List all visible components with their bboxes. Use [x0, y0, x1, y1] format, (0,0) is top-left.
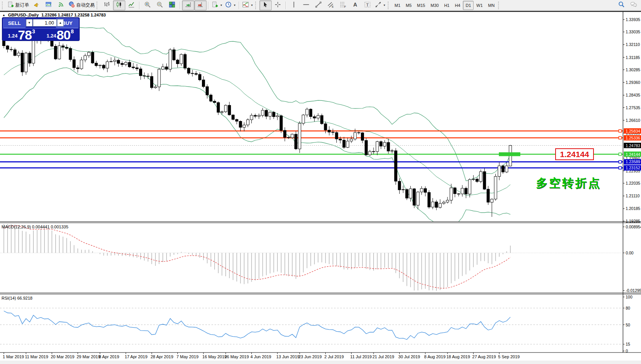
- buy-price[interactable]: 1.24 80 8: [41, 28, 79, 41]
- volume-increase-button[interactable]: ▲: [57, 19, 64, 26]
- sell-price-pip: 3: [32, 28, 35, 34]
- horizontal-line-button[interactable]: [300, 0, 312, 10]
- alerts-button[interactable]: [30, 0, 43, 10]
- svg-text:1.26610: 1.26610: [626, 118, 640, 123]
- toolbar-separator: [208, 2, 209, 9]
- line-handle[interactable]: [619, 153, 621, 156]
- chinese-note-label: 多空转折点: [536, 175, 601, 191]
- svg-text:100: 100: [626, 295, 633, 299]
- timeframe-m5-button[interactable]: M5: [403, 1, 414, 10]
- buy-price-base: 1.24: [47, 33, 56, 39]
- svg-text:1.33935: 1.33935: [626, 17, 640, 22]
- sell-price-base: 1.24: [8, 33, 18, 39]
- svg-text:1.24144: 1.24144: [626, 152, 640, 157]
- svg-text:11 Mar 2019: 11 Mar 2019: [25, 354, 48, 359]
- timeframe-w1-button[interactable]: W1: [474, 1, 485, 10]
- autotrading-icon: [68, 1, 75, 10]
- toolbar-separator: [285, 2, 286, 9]
- new-chart-dropdown[interactable]: ▼: [210, 0, 224, 10]
- svg-text:1.22035: 1.22035: [626, 181, 640, 185]
- collapse-triangle-icon[interactable]: ▲: [2, 13, 5, 17]
- svg-text:1.27535: 1.27535: [626, 105, 640, 110]
- new-order-label: 新订单: [15, 2, 29, 8]
- svg-text:8 Apr 2019: 8 Apr 2019: [99, 354, 119, 359]
- shapes-dropdown[interactable]: ▼: [374, 0, 387, 10]
- text-button[interactable]: A: [349, 0, 361, 10]
- dropdown-arrow-icon: ▼: [251, 4, 253, 7]
- svg-text:30 Jul 2019: 30 Jul 2019: [398, 354, 420, 359]
- svg-text:11 Jul 2019: 11 Jul 2019: [350, 354, 372, 359]
- fibonacci-icon: F: [339, 1, 346, 10]
- search-button[interactable]: [615, 0, 628, 10]
- svg-text:1.19285: 1.19285: [626, 219, 640, 223]
- crosshair-button[interactable]: [272, 0, 284, 10]
- toolbar-grip: [97, 2, 99, 9]
- profiles-dropdown[interactable]: ▼: [224, 0, 237, 10]
- auto-scroll-button[interactable]: [182, 0, 194, 10]
- one-click-trading-panel: SELL BUY ▼ 1.00 ▲ 1.24 78 3 1.24 80 8: [2, 18, 79, 41]
- svg-text:1.31185: 1.31185: [626, 55, 640, 60]
- ohlc-values-label: 1.23286 1.24817 1.23258 1.24783: [41, 13, 106, 17]
- price-callout-box[interactable]: 1.24144: [555, 148, 594, 160]
- trendline-icon: [315, 1, 322, 10]
- line-handle[interactable]: [619, 136, 621, 139]
- svg-text:15: 15: [626, 342, 630, 346]
- signals-button[interactable]: [55, 0, 67, 10]
- trendline-button[interactable]: [312, 0, 325, 10]
- timeframe-h4-button[interactable]: H4: [452, 1, 463, 10]
- line-handle[interactable]: [619, 161, 621, 163]
- timeframe-d1-button[interactable]: D1: [463, 1, 474, 10]
- tile-windows-button[interactable]: [166, 0, 178, 10]
- zoom-out-button[interactable]: [154, 0, 166, 10]
- svg-text:8 Aug 2019: 8 Aug 2019: [424, 354, 446, 359]
- line-handle[interactable]: [619, 130, 621, 132]
- svg-text:17 Apr 2019: 17 Apr 2019: [125, 354, 147, 359]
- text-label-button[interactable]: T: [361, 0, 374, 10]
- vertical-line-button[interactable]: [288, 0, 300, 10]
- zoom-in-button[interactable]: [141, 0, 154, 10]
- svg-text:1.25336: 1.25336: [626, 136, 640, 140]
- chart-title: ▲ GBPUSD-,Daily 1.23286 1.24817 1.23258 …: [2, 13, 106, 17]
- equidistant-channel-button[interactable]: E: [325, 0, 337, 10]
- text-label-icon: T: [364, 1, 371, 10]
- bar-chart-button[interactable]: [101, 0, 113, 10]
- svg-text:1.28435: 1.28435: [626, 93, 640, 97]
- indicators-dropdown[interactable]: ▼: [241, 0, 254, 10]
- cursor-icon: [262, 1, 269, 10]
- line-handle[interactable]: [619, 167, 621, 169]
- timeframe-m15-button[interactable]: M15: [414, 1, 428, 10]
- new-order-icon: [7, 1, 14, 10]
- timeframe-m1-button[interactable]: M1: [392, 1, 403, 10]
- chat-button[interactable]: [628, 0, 640, 10]
- toolbar-grip: [498, 2, 501, 9]
- svg-text:4 Jun 2019: 4 Jun 2019: [251, 354, 271, 359]
- svg-text:1.23589: 1.23589: [626, 159, 640, 164]
- vertical-line-icon: [290, 1, 297, 10]
- volume-input[interactable]: 1.00: [33, 19, 57, 26]
- autotrading-label: 自动交易: [76, 2, 95, 8]
- search-icon: [618, 1, 625, 10]
- svg-text:1 Mar 2019: 1 Mar 2019: [3, 354, 24, 359]
- svg-text:16 May 2019: 16 May 2019: [202, 354, 227, 359]
- cursor-button[interactable]: [259, 0, 272, 10]
- sell-price[interactable]: 1.24 78 3: [2, 28, 41, 41]
- highlight-zone[interactable]: [499, 152, 520, 156]
- svg-text:13 Jun 2019: 13 Jun 2019: [276, 354, 300, 359]
- market-watch-button[interactable]: [43, 0, 55, 10]
- candlestick-button[interactable]: [113, 0, 125, 10]
- market-watch-icon: [45, 1, 52, 10]
- svg-text:2 Jul 2019: 2 Jul 2019: [325, 354, 344, 359]
- timeframe-h1-button[interactable]: H1: [441, 1, 452, 10]
- alerts-icon: [33, 1, 40, 10]
- zoom-in-icon: [144, 1, 151, 10]
- new-order-button[interactable]: 新订单: [6, 0, 30, 10]
- sell-button[interactable]: SELL: [3, 18, 26, 28]
- text-icon: A: [352, 1, 359, 10]
- autotrading-button[interactable]: 自动交易: [67, 0, 96, 10]
- timeframe-m30-button[interactable]: M30: [428, 1, 441, 10]
- volume-decrease-button[interactable]: ▼: [26, 19, 33, 26]
- chart-shift-button[interactable]: [194, 0, 207, 10]
- line-chart-button[interactable]: [125, 0, 138, 10]
- fibonacci-button[interactable]: F: [337, 0, 349, 10]
- timeframe-mn-button[interactable]: MN: [485, 1, 497, 10]
